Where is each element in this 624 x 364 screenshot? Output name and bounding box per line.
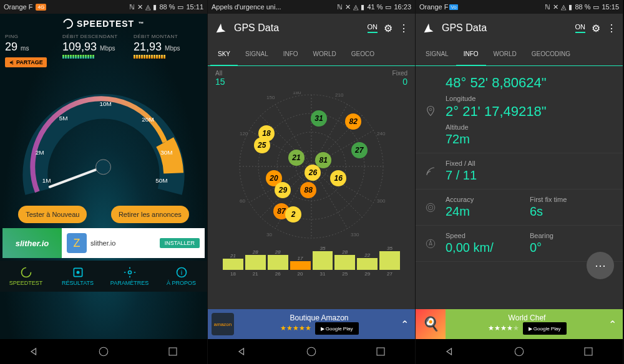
gps-content: GPS Data ON ⚙ ⋮ SIGNAL INFO WORLD GEOCOD… bbox=[416, 14, 623, 339]
battery-label: 88 % bbox=[575, 3, 590, 11]
status-bar: Orange F4G ℕ✕◬▮88 %▭15:11 bbox=[0, 0, 207, 14]
signal-bar: 2229 bbox=[357, 258, 378, 270]
menu-icon[interactable]: ⋮ bbox=[399, 22, 409, 34]
settings-icon[interactable]: ⚙ bbox=[592, 22, 600, 34]
home-button[interactable] bbox=[304, 344, 319, 359]
back-button[interactable] bbox=[27, 344, 42, 359]
speed-label: Speed bbox=[446, 232, 530, 239]
tab-signal[interactable]: SIGNAL bbox=[238, 50, 276, 57]
battery-icon: ▭ bbox=[177, 3, 183, 11]
svg-text:20M: 20M bbox=[142, 116, 154, 123]
nav-bar bbox=[208, 339, 415, 364]
share-button[interactable]: ⪪PARTAGE bbox=[5, 57, 47, 67]
fixed-label: Fixed bbox=[392, 70, 407, 77]
ad-stars: ★★★★★ bbox=[280, 324, 311, 332]
menu-icon[interactable]: ⋮ bbox=[607, 22, 617, 34]
status-bar: Orange F Vo ℕ✕◬▮88 %▭15:15 bbox=[416, 0, 623, 14]
wifi-icon: ◬ bbox=[145, 3, 150, 11]
longitude-value: 2° 21' 17,49218" bbox=[446, 103, 614, 120]
signal-bar: 2118 bbox=[223, 259, 243, 270]
chevron-up-icon: ⌃ bbox=[608, 318, 623, 330]
satellite-marker: 16 bbox=[330, 170, 346, 186]
signal-bar: 2826 bbox=[268, 255, 288, 270]
ping-label: PING bbox=[5, 34, 60, 39]
svg-point-12 bbox=[128, 271, 131, 274]
ad-banner[interactable]: slither.io Z slither.io INSTALLER bbox=[2, 228, 205, 258]
tab-info[interactable]: INFO bbox=[276, 50, 306, 57]
app-header: SPEEDTEST™ bbox=[0, 14, 207, 34]
tab-geocoding[interactable]: GEOCO bbox=[344, 50, 382, 57]
download-bars bbox=[62, 55, 131, 59]
fab-more[interactable]: ⋯ bbox=[587, 252, 614, 279]
ad-stars: ★★★★★ bbox=[488, 324, 519, 332]
clock-label: 15:15 bbox=[602, 3, 619, 11]
tab-speedtest[interactable]: SPEEDTEST bbox=[0, 261, 52, 292]
recent-button[interactable] bbox=[581, 344, 596, 359]
satellite-marker: 31 bbox=[311, 110, 327, 127]
tab-settings[interactable]: PARAMÈTRES bbox=[104, 261, 155, 292]
svg-point-44 bbox=[430, 207, 431, 208]
tab-world[interactable]: WORLD bbox=[306, 50, 344, 57]
altitude-label: Altitude bbox=[446, 123, 614, 131]
speed-value: 0,00 km/ bbox=[446, 241, 530, 255]
compass-icon bbox=[424, 232, 437, 255]
svg-point-8 bbox=[96, 160, 111, 175]
wifi-icon: ◬ bbox=[561, 3, 566, 11]
signal-bar: 1720 bbox=[290, 261, 311, 270]
carrier-label: Appels d'urgence uni... bbox=[212, 3, 281, 11]
back-button[interactable] bbox=[442, 344, 457, 359]
satellite-marker: 88 bbox=[300, 182, 316, 198]
tab-bar: SKY SIGNAL INFO WORLD GEOCO bbox=[208, 42, 415, 66]
home-button[interactable] bbox=[512, 344, 527, 359]
svg-rect-16 bbox=[169, 348, 177, 355]
signal-icon: ▮ bbox=[568, 3, 572, 11]
carrier-label: Orange F bbox=[4, 3, 32, 11]
tab-world[interactable]: WORLD bbox=[486, 50, 524, 57]
clock-label: 16:23 bbox=[394, 3, 411, 11]
ad-banner[interactable]: 🍳 World Chef ★★★★★▶ Google Play ⌃ bbox=[416, 309, 623, 339]
svg-rect-47 bbox=[585, 348, 592, 355]
satellite-icon bbox=[424, 160, 437, 183]
app-header: GPS Data ON ⚙ ⋮ bbox=[416, 14, 623, 42]
svg-text:150: 150 bbox=[266, 95, 275, 100]
install-button[interactable]: INSTALLER bbox=[160, 238, 200, 248]
gps-logo-icon bbox=[214, 21, 228, 35]
vibrate-icon: ✕ bbox=[553, 3, 558, 11]
latitude-value: 48° 52' 8,80624" bbox=[446, 75, 614, 91]
tab-sky[interactable]: SKY bbox=[210, 43, 238, 66]
back-button[interactable] bbox=[235, 344, 250, 359]
recent-button[interactable] bbox=[165, 344, 180, 359]
app-title: SPEEDTEST bbox=[77, 19, 134, 29]
gps-toggle[interactable]: ON bbox=[575, 23, 586, 33]
tab-about[interactable]: iÀ PROPOS bbox=[155, 261, 207, 292]
tab-info[interactable]: INFO bbox=[456, 43, 486, 66]
nfc-icon: ℕ bbox=[337, 3, 343, 11]
all-label: All bbox=[215, 70, 222, 77]
gps-toggle[interactable]: ON bbox=[368, 23, 378, 33]
tab-geocoding[interactable]: GEOCODING bbox=[524, 50, 578, 57]
firstfix-value: 6s bbox=[530, 204, 614, 219]
speedtest-logo-icon bbox=[61, 17, 75, 31]
ad-app-icon: 🍳 bbox=[416, 309, 446, 339]
altitude-value: 72m bbox=[446, 132, 614, 146]
tab-signal[interactable]: SIGNAL bbox=[418, 50, 456, 57]
recent-button[interactable] bbox=[373, 344, 388, 359]
sky-view: All15 Fixed0 N 180 21 bbox=[208, 66, 415, 304]
satellite-marker: 27 bbox=[351, 142, 368, 158]
svg-text:300: 300 bbox=[377, 198, 386, 204]
app-header: GPS Data ON ⚙ ⋮ bbox=[208, 14, 415, 42]
app-title: GPS Data bbox=[234, 22, 361, 34]
ad-icon: Z bbox=[67, 233, 87, 253]
svg-point-39 bbox=[307, 347, 316, 356]
tab-results[interactable]: RÉSULTATS bbox=[52, 261, 104, 292]
settings-icon[interactable]: ⚙ bbox=[384, 22, 392, 34]
svg-point-46 bbox=[515, 347, 524, 356]
vibrate-icon: ✕ bbox=[137, 3, 143, 11]
ad-banner[interactable]: amazon Boutique Amazon ★★★★★▶ Google Pla… bbox=[208, 309, 415, 339]
tab-bar: SIGNAL INFO WORLD GEOCODING bbox=[416, 42, 623, 66]
svg-text:330: 330 bbox=[351, 232, 359, 237]
bearing-label: Bearing bbox=[530, 232, 614, 239]
svg-point-15 bbox=[99, 347, 108, 356]
home-button[interactable] bbox=[96, 344, 111, 359]
bottom-tabs: SPEEDTEST RÉSULTATS PARAMÈTRES iÀ PROPOS bbox=[0, 261, 207, 292]
